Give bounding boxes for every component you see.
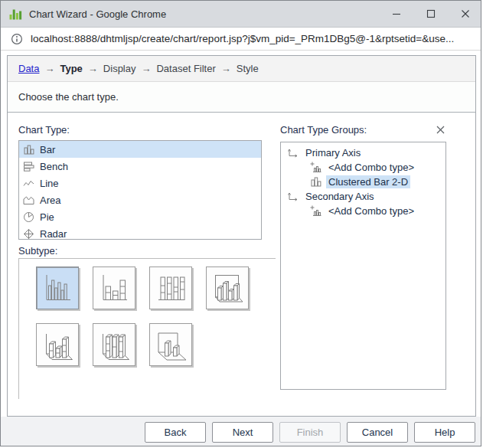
tree-item-label: Primary Axis	[303, 146, 363, 159]
list-item-bar[interactable]: Bar	[19, 141, 261, 158]
tree-item-label: Clustered Bar 2-D	[326, 175, 410, 188]
close-icon[interactable]	[448, 1, 481, 27]
breadcrumb-separator: →	[88, 63, 98, 74]
next-button[interactable]: Next	[212, 422, 273, 443]
tree-item-label: <Add Combo type>	[326, 161, 416, 174]
list-item-label: Radar	[40, 228, 67, 240]
subtype-clustered-bar-3d[interactable]	[206, 267, 249, 309]
line-chart-icon	[22, 177, 35, 190]
help-button[interactable]: Help	[414, 422, 475, 443]
clustered-bar-3d-icon	[210, 271, 244, 305]
cancel-button[interactable]: Cancel	[347, 422, 408, 443]
stacked-bar-3d-icon	[41, 328, 74, 361]
tree-item-secondary-axis[interactable]: Secondary Axis	[281, 189, 445, 204]
wizard-main: Chart Type: Bar Bench	[8, 113, 475, 416]
axis-icon	[286, 146, 299, 159]
chart-wizard-window: Chart Wizard - Google Chrome localhost:8…	[0, 0, 481, 446]
back-button[interactable]: Back	[145, 422, 206, 443]
subtype-percent-stacked-bar-3d[interactable]	[93, 323, 135, 366]
tree-item-add-combo-secondary[interactable]: <Add Combo type>	[281, 204, 445, 218]
breadcrumb-separator: →	[141, 63, 151, 74]
breadcrumb-step-data[interactable]: Data	[18, 63, 39, 74]
breadcrumb-step-style: Style	[237, 63, 259, 74]
list-item-label: Area	[40, 195, 60, 206]
radar-chart-icon	[22, 227, 35, 240]
tree-item-label: Secondary Axis	[303, 190, 377, 203]
chart-type-list: Bar Bench Line	[18, 140, 262, 240]
percent-stacked-bar-2d-icon	[154, 271, 188, 305]
breadcrumb-step-dataset-filter: Dataset Filter	[156, 63, 215, 74]
tree-item-primary-axis[interactable]: Primary Axis	[281, 146, 445, 160]
subtype-label: Subtype:	[18, 245, 57, 257]
list-item-label: Pie	[40, 211, 54, 223]
title-bar: Chart Wizard - Google Chrome	[1, 1, 481, 27]
green-bar-chart-favicon	[8, 7, 22, 21]
breadcrumb-step-type: Type	[60, 63, 82, 74]
percent-stacked-bar-3d-icon	[97, 328, 131, 361]
wizard-instruction: Choose the chart type.	[8, 82, 475, 113]
wizard-panel: Data→Type→Display→Dataset Filter→Style C…	[7, 55, 476, 417]
url-text: localhost:8888/dhtmljsp/create/chart/rep…	[31, 33, 454, 44]
area-chart-icon	[22, 194, 35, 207]
subtype-stacked-bar-2d[interactable]	[93, 267, 135, 309]
clustered-bar-icon	[309, 175, 322, 188]
minimize-icon[interactable]	[379, 1, 413, 27]
list-item-line[interactable]: Line	[19, 175, 261, 191]
breadcrumb-separator: →	[221, 63, 231, 74]
window-title: Chart Wizard - Google Chrome	[29, 8, 379, 20]
subtype-stacked-bar-3d[interactable]	[36, 323, 79, 366]
bar-3d-icon	[154, 328, 188, 361]
chart-type-groups-label: Chart Type Groups:	[280, 124, 367, 136]
list-item-pie[interactable]: Pie	[19, 208, 261, 225]
finish-button[interactable]: Finish	[279, 422, 341, 443]
chart-type-groups-tree: Primary Axis <Add Combo type> Clustered …	[280, 142, 446, 390]
bench-chart-icon	[22, 160, 35, 173]
footer-button-bar: Back Next Finish Cancel Help	[1, 417, 481, 446]
tree-item-label: <Add Combo type>	[326, 204, 416, 217]
breadcrumb: Data→Type→Display→Dataset Filter→Style	[8, 56, 475, 82]
subtype-percent-stacked-bar-2d[interactable]	[149, 267, 192, 309]
subtype-group	[18, 258, 276, 399]
tree-item-add-combo-primary[interactable]: <Add Combo type>	[281, 160, 445, 175]
add-combo-icon	[309, 204, 322, 217]
list-item-label: Line	[40, 178, 59, 189]
list-item-label: Bench	[40, 161, 68, 172]
close-icon[interactable]	[433, 123, 447, 136]
axis-icon	[286, 190, 299, 203]
page-info-icon[interactable]	[11, 33, 23, 45]
subtype-bar-3d[interactable]	[149, 323, 192, 366]
pie-chart-icon	[22, 211, 35, 224]
bar-chart-icon	[22, 143, 35, 156]
address-bar: localhost:8888/dhtmljsp/create/chart/rep…	[1, 27, 481, 51]
list-item-bench[interactable]: Bench	[19, 158, 261, 175]
list-item-label: Bar	[40, 144, 55, 155]
tree-item-clustered-bar-2d[interactable]: Clustered Bar 2-D	[281, 175, 445, 189]
breadcrumb-step-display: Display	[103, 63, 136, 74]
add-combo-icon	[309, 161, 322, 174]
clustered-bar-2d-icon	[41, 271, 74, 305]
list-item-area[interactable]: Area	[19, 191, 261, 208]
breadcrumb-separator: →	[44, 63, 54, 74]
subtype-clustered-bar-2d[interactable]	[36, 267, 79, 309]
chart-type-label: Chart Type:	[18, 124, 70, 136]
stacked-bar-2d-icon	[97, 271, 131, 305]
maximize-icon[interactable]	[413, 1, 448, 27]
list-item-radar[interactable]: Radar	[19, 225, 261, 240]
